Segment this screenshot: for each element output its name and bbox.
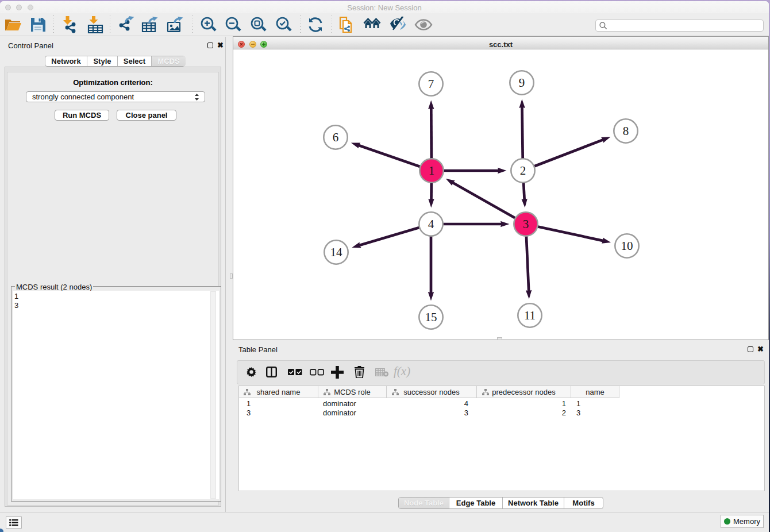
- svg-text:10: 10: [621, 239, 633, 253]
- svg-text:2: 2: [520, 164, 526, 178]
- svg-text:1: 1: [429, 164, 435, 178]
- svg-text:4: 4: [428, 217, 434, 231]
- svg-text:3: 3: [523, 217, 529, 231]
- svg-text:6: 6: [333, 130, 339, 144]
- svg-text:8: 8: [623, 124, 629, 138]
- svg-text:9: 9: [519, 76, 525, 90]
- svg-text:15: 15: [425, 310, 437, 324]
- svg-text:7: 7: [428, 77, 434, 91]
- svg-text:11: 11: [524, 309, 536, 322]
- svg-text:14: 14: [330, 245, 343, 259]
